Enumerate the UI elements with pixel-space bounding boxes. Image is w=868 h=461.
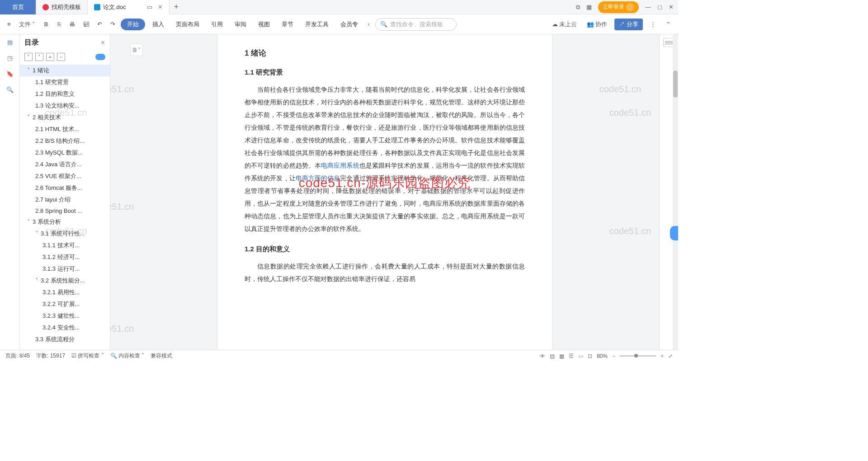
heading-1-1: 1.1 研究背景 [245,68,525,77]
outline-node[interactable]: 3.1.3 运行可... [20,263,110,275]
outline-node[interactable]: 3.2.2 可扩展... [20,298,110,310]
cloud-button[interactable]: ☁ 未上云 [549,19,580,30]
layout-icon[interactable]: ⧉ [576,4,580,11]
page-indicator[interactable]: 页面: 8/45 [5,352,30,360]
zoom-value[interactable]: 80% [597,353,608,359]
tab-chapter[interactable]: 章节 [277,19,298,30]
undo-icon[interactable]: ↶ [94,19,105,29]
redo-icon[interactable]: ↷ [108,19,118,29]
file-menu[interactable]: 文件 ˅ [16,19,38,30]
remove-icon[interactable]: − [57,53,65,61]
outline-node[interactable]: 2.7 layui 介绍 [20,194,110,206]
tab-reference[interactable]: 引用 [207,19,227,30]
expand-all-icon[interactable]: ˄ [35,53,43,61]
collapse-all-icon[interactable]: ˅ [24,53,33,61]
more-icon[interactable]: ⋮ [647,19,659,29]
tab-template[interactable]: 找稻壳模板 [36,0,88,14]
scrollbar[interactable] [673,34,678,350]
collab-button[interactable]: 👥 协作 [584,19,610,30]
outline-node[interactable]: ˅3.2 系统性能分... [20,275,110,287]
find-icon[interactable]: 🔍 [6,86,14,93]
wps-doc-icon [94,4,100,10]
save-icon[interactable]: 🗎 [41,19,52,29]
close-outline-icon[interactable]: ✕ [100,39,105,46]
compat-mode[interactable]: 兼容模式 [151,352,172,360]
outline-node[interactable]: 1.3 论文结构安... [20,100,110,112]
tab-start[interactable]: 开始 [121,19,145,30]
add-icon[interactable]: + [46,53,54,61]
view-outline-icon[interactable]: ☰ [569,353,574,359]
share-button[interactable]: ↗ 分享 [614,19,643,30]
outline-node[interactable]: ˅1 绪论 [20,65,110,76]
login-button[interactable]: 立即登录 [598,1,639,13]
print-icon[interactable]: 🖶 [66,19,78,29]
zoom-out-icon[interactable]: − [612,353,615,359]
new-tab-button[interactable]: + [170,2,184,12]
status-bar: 页面: 8/45 字数: 15917 ☑ 拼写检查 ˅ 🔍 内容检查 ˅ 兼容模… [0,350,678,362]
outline-node[interactable]: 3.2.1 易用性... [20,287,110,298]
nav-prev-icon[interactable]: ‹ [365,19,373,29]
tab-review[interactable]: 审阅 [230,19,251,30]
outline-node[interactable]: 3.2.3 健壮性... [20,310,110,322]
outline-node[interactable]: 2.5 VUE 框架介... [20,170,110,182]
outline-node[interactable]: 2.4 Java 语言介... [20,159,110,170]
toggle-icon[interactable] [95,54,105,60]
zoom-fit-icon[interactable]: ⊡ [588,353,592,359]
page-action-icon[interactable]: 🗎˅ [130,43,143,56]
minimize-icon[interactable]: — [645,4,651,10]
tab-doc[interactable]: 论文.doc▭✕ [88,0,170,14]
outline-node[interactable]: 2.6 Tomcat 服务... [20,182,110,194]
view-icon[interactable]: ◳ [7,55,13,61]
outline-node[interactable]: 2.3 MySQL 数据... [20,147,110,159]
search-box[interactable]: 🔍查找命令、搜索模板 [375,18,457,31]
document-page[interactable]: 1 绪论 1.1 研究背景 当前社会各行业领域竞争压力非常大，随着当前时代的信息… [217,34,552,350]
tab-layout[interactable]: 页面布局 [171,19,204,30]
outline-node[interactable]: 3.1.1 技术可... [20,240,110,251]
content-check-button[interactable]: 🔍 内容检查 ˅ [110,352,145,360]
ribbon: ≡ 文件 ˅ 🗎 ⎘ 🖶 🗟 ↶ ↷ 开始 插入 页面布局 引用 审阅 视图 章… [0,14,678,34]
outline-icon[interactable]: ▤ [7,39,13,46]
view-page-icon[interactable]: ▤ [550,353,555,359]
outline-panel: 目录 ✕ ˅ ˄ + − ˅1 绪论1.1 研究背景1.2 目的和意义1.3 论… [20,34,110,350]
tab-view[interactable]: 视图 [254,19,274,30]
view-read-icon[interactable]: ▭ [578,353,583,359]
left-sidebar: ▤ ◳ 🔖 🔍 [0,34,20,350]
tab-insert[interactable]: 插入 [148,19,169,30]
outline-node[interactable]: 3.1.2 经济可... [20,251,110,263]
word-count[interactable]: 字数: 15917 [36,352,65,360]
close-window-icon[interactable]: ✕ [669,4,674,10]
bookmark-icon[interactable]: 🔖 [6,71,14,77]
outline-node[interactable]: 3.3 系统流程分 [20,334,110,345]
tab-member[interactable]: 会员专 [336,19,363,30]
outline-node[interactable]: 2.1 HTML 技术... [20,123,110,135]
maximize-icon[interactable]: ◻ [657,4,662,10]
tab-dual-icon[interactable]: ▭ [147,4,152,10]
outline-node[interactable]: ˅3 系统分析 [20,216,110,228]
side-handle[interactable] [670,226,678,240]
link-ecommerce-info[interactable]: 电商方面的信息 [296,174,340,182]
flame-icon [42,4,49,10]
outline-node[interactable]: 3.2.4 安全性... [20,322,110,334]
right-strip [659,34,678,350]
menu-icon[interactable]: ≡ [5,19,14,29]
fullscreen-icon[interactable]: ⤢ [668,353,673,359]
outline-node[interactable]: 1.1 研究背景 [20,76,110,88]
zoom-slider[interactable] [620,355,656,357]
spellcheck-button[interactable]: ☑ 拼写检查 ˅ [71,352,104,360]
eye-icon[interactable]: 👁 [540,353,545,359]
tab-dev[interactable]: 开发工具 [301,19,333,30]
view-web-icon[interactable]: ▦ [559,353,564,359]
preview-icon[interactable]: 🗟 [80,19,92,29]
export-icon[interactable]: ⎘ [55,19,64,29]
grid-icon[interactable]: ▦ [586,4,592,10]
outline-node[interactable]: 1.2 目的和意义 [20,88,110,100]
close-tab-icon[interactable]: ✕ [158,4,163,10]
outline-node[interactable]: 2.8 Spring Boot ... [20,206,110,216]
tab-home[interactable]: 首页 [0,0,36,14]
link-ecommerce-system[interactable]: 电商应用系统 [321,162,359,169]
outline-node[interactable]: ˅3.1 系统可行性... [20,228,110,240]
outline-node[interactable]: ˅2 相关技术 [20,112,110,123]
outline-node[interactable]: 2.2 B/S 结构介绍... [20,135,110,147]
zoom-in-icon[interactable]: + [660,353,664,359]
collapse-ribbon-icon[interactable]: ⌃ [663,19,674,29]
